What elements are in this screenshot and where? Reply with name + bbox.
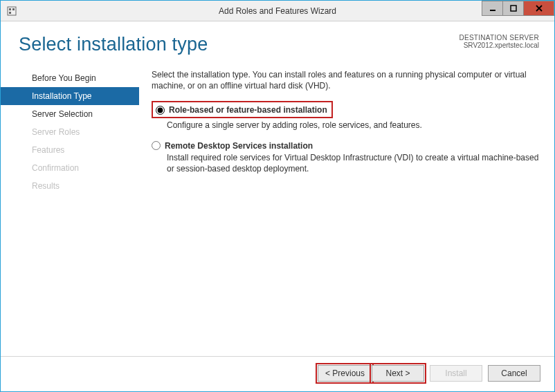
option-rds: Remote Desktop Services installation Ins… bbox=[152, 141, 539, 174]
sidebar-item-results: Results bbox=[1, 177, 139, 195]
app-icon bbox=[6, 6, 17, 17]
radio-rds[interactable] bbox=[152, 141, 161, 150]
wizard-button-row: < Previous Next > Install Cancel bbox=[1, 356, 554, 391]
option-role-based: Role-based or feature-based installation… bbox=[152, 101, 539, 131]
next-button[interactable]: Next > bbox=[372, 365, 424, 382]
page-header: Select installation type DESTINATION SER… bbox=[1, 21, 554, 69]
nav-button-pair: < Previous Next > bbox=[318, 365, 424, 382]
destination-server-block: DESTINATION SERVER SRV2012.xpertstec.loc… bbox=[459, 34, 539, 49]
wizard-window: Add Roles and Features Wizard Select ins… bbox=[0, 0, 555, 392]
destination-server-label: DESTINATION SERVER bbox=[459, 34, 539, 41]
install-button: Install bbox=[430, 365, 482, 382]
wizard-body: Select installation type DESTINATION SER… bbox=[1, 21, 554, 391]
svg-rect-0 bbox=[8, 7, 16, 15]
option-role-based-desc: Configure a single server by adding role… bbox=[167, 120, 539, 131]
sidebar-item-installation-type[interactable]: Installation Type bbox=[1, 87, 139, 105]
svg-rect-1 bbox=[9, 8, 11, 10]
option-role-based-label[interactable]: Role-based or feature-based installation bbox=[169, 105, 327, 115]
svg-rect-3 bbox=[9, 12, 11, 14]
titlebar[interactable]: Add Roles and Features Wizard bbox=[1, 1, 554, 21]
window-title: Add Roles and Features Wizard bbox=[219, 6, 336, 16]
option-rds-label[interactable]: Remote Desktop Services installation bbox=[165, 141, 313, 151]
sidebar-item-features: Features bbox=[1, 141, 139, 159]
page-title: Select installation type bbox=[19, 34, 208, 55]
intro-text: Select the installation type. You can in… bbox=[152, 69, 539, 91]
maximize-button[interactable] bbox=[502, 1, 523, 16]
wizard-sidebar: Before You Begin Installation Type Serve… bbox=[1, 69, 139, 356]
main-content-row: Before You Begin Installation Type Serve… bbox=[1, 69, 554, 356]
sidebar-item-before-you-begin[interactable]: Before You Begin bbox=[1, 69, 139, 87]
svg-rect-2 bbox=[12, 8, 15, 10]
minimize-button[interactable] bbox=[482, 1, 502, 16]
window-controls bbox=[482, 1, 554, 21]
sidebar-item-confirmation: Confirmation bbox=[1, 159, 139, 177]
sidebar-item-server-roles: Server Roles bbox=[1, 123, 139, 141]
option-rds-desc: Install required role services for Virtu… bbox=[167, 152, 539, 174]
option-role-based-highlight: Role-based or feature-based installation bbox=[152, 101, 333, 118]
radio-role-based[interactable] bbox=[156, 106, 165, 115]
svg-rect-5 bbox=[511, 6, 516, 11]
sidebar-item-server-selection[interactable]: Server Selection bbox=[1, 105, 139, 123]
wizard-content: Select the installation type. You can in… bbox=[139, 69, 539, 356]
cancel-button[interactable]: Cancel bbox=[488, 365, 540, 382]
close-button[interactable] bbox=[523, 1, 554, 16]
destination-server-name: SRV2012.xpertstec.local bbox=[459, 41, 539, 49]
previous-button[interactable]: < Previous bbox=[318, 365, 372, 382]
